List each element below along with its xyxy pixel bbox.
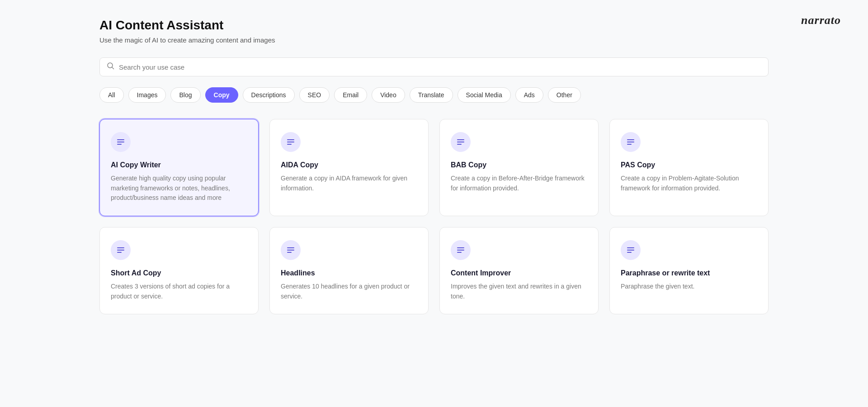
card-headlines[interactable]: Headlines Generates 10 headlines for a g… — [269, 227, 429, 314]
card-title-pas-copy: PAS Copy — [621, 161, 757, 169]
card-title-ai-copy-writer: AI Copy Writer — [111, 161, 247, 169]
svg-rect-10 — [457, 144, 462, 145]
filter-tab-descriptions[interactable]: Descriptions — [243, 87, 295, 103]
card-description-headlines: Generates 10 headlines for a given produ… — [281, 282, 417, 301]
card-paraphrase[interactable]: Paraphrase or rewrite text Paraphrase th… — [609, 227, 769, 314]
svg-rect-7 — [287, 144, 292, 145]
card-icon-ai-copy-writer — [111, 132, 131, 152]
filter-tab-ads[interactable]: Ads — [515, 87, 543, 103]
card-content-improver[interactable]: Content Improver Improves the given text… — [439, 227, 599, 314]
svg-rect-3 — [117, 142, 124, 142]
card-description-ai-copy-writer: Generate high quality copy using popular… — [111, 174, 247, 203]
svg-rect-4 — [117, 144, 122, 145]
card-pas-copy[interactable]: PAS Copy Create a copy in Problem-Agitat… — [609, 119, 769, 216]
card-icon-headlines — [281, 240, 301, 260]
svg-rect-5 — [287, 139, 294, 140]
svg-rect-2 — [117, 139, 124, 140]
svg-rect-25 — [627, 252, 632, 253]
page-title: AI Content Assistant — [99, 18, 769, 33]
filter-tab-blog[interactable]: Blog — [170, 87, 200, 103]
svg-rect-22 — [457, 252, 462, 253]
svg-line-1 — [112, 67, 114, 69]
filter-tab-email[interactable]: Email — [334, 87, 367, 103]
card-short-ad-copy[interactable]: Short Ad Copy Creates 3 versions of shor… — [99, 227, 259, 314]
filter-tab-all[interactable]: All — [99, 87, 124, 103]
card-title-paraphrase: Paraphrase or rewrite text — [621, 269, 757, 277]
svg-rect-8 — [457, 139, 464, 140]
page-subtitle: Use the magic of AI to create amazing co… — [99, 36, 769, 44]
svg-rect-24 — [627, 250, 634, 251]
page-header: AI Content Assistant Use the magic of AI… — [99, 18, 769, 44]
filter-tab-copy[interactable]: Copy — [205, 87, 238, 103]
search-input[interactable] — [119, 63, 761, 71]
card-icon-content-improver — [451, 240, 471, 260]
card-icon-bab-copy — [451, 132, 471, 152]
filter-tab-video[interactable]: Video — [372, 87, 405, 103]
card-icon-aida-copy — [281, 132, 301, 152]
logo: narrato — [801, 14, 841, 27]
card-icon-paraphrase — [621, 240, 641, 260]
search-bar — [99, 57, 769, 76]
svg-rect-18 — [287, 250, 294, 251]
svg-rect-21 — [457, 250, 464, 251]
filter-tab-other[interactable]: Other — [548, 87, 581, 103]
search-icon — [107, 62, 114, 71]
svg-rect-11 — [627, 139, 634, 140]
svg-rect-17 — [287, 247, 294, 248]
card-bab-copy[interactable]: BAB Copy Create a copy in Before-After-B… — [439, 119, 599, 216]
card-title-bab-copy: BAB Copy — [451, 161, 587, 169]
filter-tab-social-media[interactable]: Social Media — [458, 87, 511, 103]
card-description-short-ad-copy: Creates 3 versions of short ad copies fo… — [111, 282, 247, 301]
filter-tab-images[interactable]: Images — [128, 87, 166, 103]
card-ai-copy-writer[interactable]: AI Copy Writer Generate high quality cop… — [99, 119, 259, 216]
svg-rect-14 — [117, 247, 124, 248]
card-icon-short-ad-copy — [111, 240, 131, 260]
svg-rect-13 — [627, 144, 632, 145]
filter-tab-translate[interactable]: Translate — [410, 87, 453, 103]
svg-rect-15 — [117, 250, 124, 251]
card-description-aida-copy: Generate a copy in AIDA framework for gi… — [281, 174, 417, 193]
svg-rect-20 — [457, 247, 464, 248]
svg-rect-9 — [457, 142, 464, 142]
card-icon-pas-copy — [621, 132, 641, 152]
svg-rect-12 — [627, 142, 634, 142]
card-title-aida-copy: AIDA Copy — [281, 161, 417, 169]
svg-rect-6 — [287, 142, 294, 142]
card-title-headlines: Headlines — [281, 269, 417, 277]
svg-rect-23 — [627, 247, 634, 248]
card-description-content-improver: Improves the given text and rewrites in … — [451, 282, 587, 301]
svg-rect-16 — [117, 252, 122, 253]
filter-tabs: AllImagesBlogCopyDescriptionsSEOEmailVid… — [99, 87, 769, 103]
svg-rect-19 — [287, 252, 292, 253]
filter-tab-seo[interactable]: SEO — [299, 87, 330, 103]
card-title-content-improver: Content Improver — [451, 269, 587, 277]
card-title-short-ad-copy: Short Ad Copy — [111, 269, 247, 277]
card-description-paraphrase: Paraphrase the given text. — [621, 282, 757, 292]
cards-grid: AI Copy Writer Generate high quality cop… — [99, 119, 769, 314]
card-aida-copy[interactable]: AIDA Copy Generate a copy in AIDA framew… — [269, 119, 429, 216]
card-description-bab-copy: Create a copy in Before-After-Bridge fra… — [451, 174, 587, 193]
card-description-pas-copy: Create a copy in Problem-Agitate-Solutio… — [621, 174, 757, 193]
